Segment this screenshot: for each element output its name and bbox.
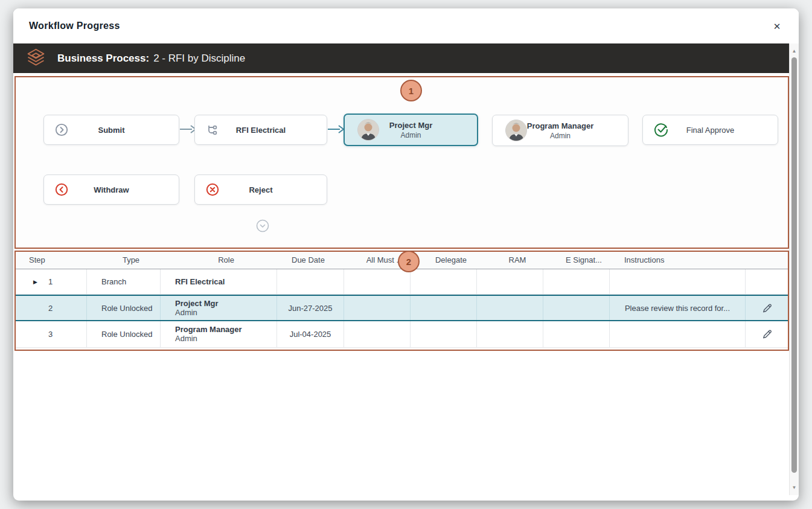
table-row-selected[interactable]: 2 Role Unlocked Project Mgr Admin Jun-27… [14,295,789,321]
business-process-label: Business Process: [57,53,149,64]
business-process-title: Business Process:2 - RFI by Discipline [57,53,245,65]
vertical-scrollbar[interactable]: ▲ ▼ [789,43,799,495]
delegate-cell [411,296,477,320]
column-header-due-date: Due Date [277,255,344,264]
node-label-group: Program Manager Admin [493,121,628,140]
node-title: Program Manager [493,121,628,130]
e-signature-cell [543,269,610,294]
ram-cell [477,296,543,320]
column-header-delegate: Delegate [411,255,477,264]
workflow-diagram: Submit RFI Electrical [14,76,789,249]
e-signature-cell [543,321,610,347]
type-cell: Role Unlocked [87,321,161,347]
workflow-node-program-manager[interactable]: Program Manager Admin [492,115,628,146]
due-date-cell [277,269,344,294]
layers-icon [25,47,47,69]
e-signature-cell [543,296,610,320]
step-number: 3 [48,330,53,339]
table-row[interactable]: ▶ 1 Branch RFI Electrical [14,269,789,295]
column-header-instructions: Instructions [610,255,746,264]
column-header-role: Role [161,255,277,264]
node-subtitle: Admin [493,132,628,140]
type-cell: Role Unlocked [87,296,161,320]
node-label: Withdraw [44,185,179,194]
business-process-header: Business Process:2 - RFI by Discipline [13,43,789,73]
step-cell: 3 [14,321,87,347]
workflow-node-reject[interactable]: Reject [194,174,327,205]
column-header-step: Step [14,255,87,264]
workflow-progress-dialog: Workflow Progress ✕ Business Process:2 -… [13,8,799,501]
role-name: Program Manager [175,325,277,334]
node-subtitle: Admin [345,131,477,139]
edit-icon[interactable] [760,327,774,341]
delegate-cell [411,321,477,347]
role-cell: Project Mgr Admin [161,296,277,320]
actions-cell [746,296,788,320]
edit-icon[interactable] [760,301,774,315]
actions-cell [746,269,788,294]
step-cell: ▶ 1 [14,269,87,294]
type-cell: Branch [87,269,161,294]
node-label-group: Project Mgr Admin [345,121,477,139]
due-date-cell: Jun-27-2025 [277,296,344,320]
workflow-node-withdraw[interactable]: Withdraw [43,174,179,205]
column-header-ram: RAM [477,255,543,264]
role-name: Project Mgr [175,299,277,308]
scroll-up-icon[interactable]: ▲ [790,48,799,54]
role-assignee: Admin [175,309,277,317]
step-number: 2 [48,304,53,313]
instructions-cell: Please review this record for... [610,296,746,320]
workflow-node-project-mgr[interactable]: Project Mgr Admin [344,114,478,146]
due-date-cell: Jul-04-2025 [277,321,344,347]
node-label: Submit [44,126,179,135]
instructions-cell [610,269,746,294]
workflow-node-rfi-electrical[interactable]: RFI Electrical [194,115,327,145]
annotation-badge-2: 2 [398,251,420,272]
dialog-title: Workflow Progress [29,21,120,31]
role-assignee: Admin [175,335,277,343]
column-header-e-signature: E Signat... [543,255,610,264]
node-title: Project Mgr [345,121,477,130]
chevron-down-circle-icon [256,219,269,235]
all-must-cell [344,321,411,347]
node-label: Reject [195,185,327,194]
flow-arrow [327,123,345,135]
ram-cell [477,321,543,347]
workflow-node-submit[interactable]: Submit [43,115,179,145]
annotation-badge-1: 1 [400,80,422,101]
all-must-cell [344,296,411,320]
close-icon[interactable]: ✕ [769,18,785,35]
all-must-cell [344,269,411,294]
actions-cell [746,321,788,347]
delegate-cell [411,269,477,294]
instructions-cell [610,321,746,347]
scroll-down-icon[interactable]: ▼ [790,485,799,490]
node-label: Final Approve [643,126,778,135]
column-header-type: Type [87,255,161,264]
dialog-titlebar: Workflow Progress ✕ [13,8,799,43]
workflow-node-final-approve[interactable]: Final Approve [642,115,778,145]
node-label: RFI Electrical [195,126,327,135]
table-row[interactable]: 3 Role Unlocked Program Manager Admin Ju… [14,321,789,348]
step-cell: 2 [14,296,87,320]
business-process-value: 2 - RFI by Discipline [153,53,245,64]
role-name: RFI Electrical [175,278,277,286]
step-number: 1 [48,277,53,286]
role-cell: RFI Electrical [161,269,277,294]
row-expander-icon[interactable]: ▶ [33,279,37,285]
scrollbar-thumb[interactable] [791,57,797,473]
ram-cell [477,269,543,294]
role-cell: Program Manager Admin [161,321,277,347]
